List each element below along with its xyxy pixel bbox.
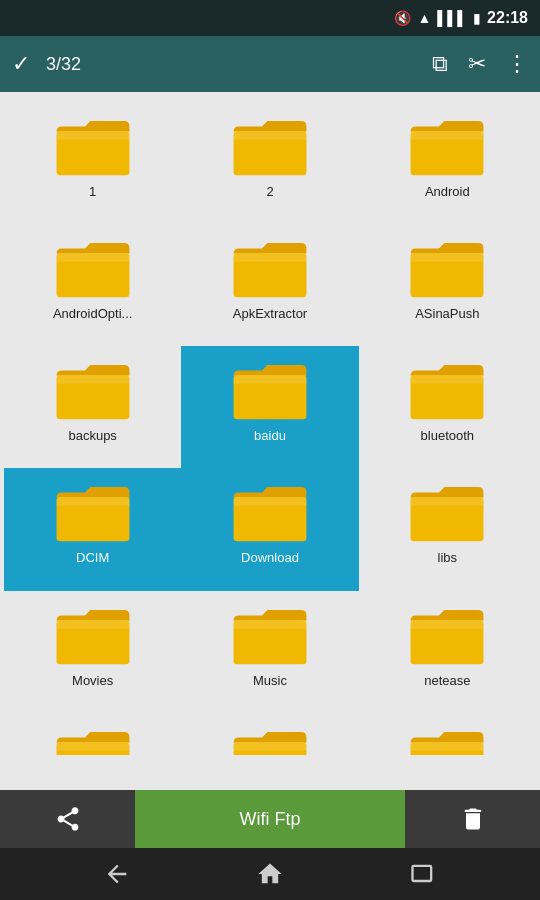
folder-item[interactable]: bluetooth xyxy=(359,346,536,468)
status-icons: 🔇 ▲ ▌▌▌ ▮ 22:18 xyxy=(394,9,528,27)
folder-icon xyxy=(407,480,487,544)
back-button[interactable] xyxy=(103,860,131,888)
folder-label: 1 xyxy=(89,184,96,199)
svg-rect-5 xyxy=(411,131,484,140)
home-button[interactable] xyxy=(256,860,284,888)
folder-icon xyxy=(407,358,487,422)
folder-item[interactable]: Music xyxy=(181,591,358,713)
folder-item[interactable] xyxy=(181,713,358,780)
folder-item[interactable]: Movies xyxy=(4,591,181,713)
folder-label: AndroidOpti... xyxy=(53,306,133,321)
top-bar: ✓ 3/32 ⧉ ✂ ⋮ xyxy=(0,36,540,92)
svg-rect-23 xyxy=(411,497,484,506)
folder-label: backups xyxy=(68,428,116,443)
folder-icon xyxy=(230,236,310,300)
check-icon[interactable]: ✓ xyxy=(12,51,30,77)
svg-rect-29 xyxy=(411,620,484,629)
wifi-icon: ▲ xyxy=(417,10,431,26)
svg-rect-25 xyxy=(56,620,129,629)
folder-icon xyxy=(230,603,310,667)
svg-rect-36 xyxy=(413,866,432,881)
folder-label: Movies xyxy=(72,673,113,688)
svg-rect-9 xyxy=(234,253,307,262)
folder-icon-partial xyxy=(230,725,310,755)
top-bar-right: ⧉ ✂ ⋮ xyxy=(432,51,528,77)
folder-label: Android xyxy=(425,184,470,199)
folder-label: ApkExtractor xyxy=(233,306,307,321)
folder-item[interactable]: Android xyxy=(359,102,536,224)
folder-icon xyxy=(230,358,310,422)
bottom-bar: Wifi Ftp xyxy=(0,790,540,848)
folder-item[interactable]: libs xyxy=(359,468,536,590)
wifi-ftp-button[interactable]: Wifi Ftp xyxy=(135,790,405,848)
folder-icon xyxy=(230,114,310,178)
delete-button[interactable] xyxy=(405,790,540,848)
folder-icon-partial xyxy=(53,725,133,755)
folder-icon xyxy=(53,236,133,300)
folder-label: netease xyxy=(424,673,470,688)
nav-bar xyxy=(0,848,540,900)
folder-item[interactable]: 2 xyxy=(181,102,358,224)
status-bar: 🔇 ▲ ▌▌▌ ▮ 22:18 xyxy=(0,0,540,36)
svg-rect-11 xyxy=(411,253,484,262)
folder-item[interactable]: AndroidOpti... xyxy=(4,224,181,346)
folder-label: ASinaPush xyxy=(415,306,479,321)
folder-item[interactable]: backups xyxy=(4,346,181,468)
folder-item[interactable]: Download xyxy=(181,468,358,590)
battery-icon: ▮ xyxy=(473,10,481,26)
mute-icon: 🔇 xyxy=(394,10,411,26)
svg-rect-31 xyxy=(56,742,129,751)
svg-rect-1 xyxy=(56,131,129,140)
svg-rect-3 xyxy=(234,131,307,140)
folder-icon xyxy=(53,114,133,178)
cut-icon[interactable]: ✂ xyxy=(468,51,486,77)
folder-item[interactable] xyxy=(359,713,536,780)
folder-item[interactable]: baidu xyxy=(181,346,358,468)
folder-item[interactable] xyxy=(4,713,181,780)
svg-rect-21 xyxy=(234,497,307,506)
svg-rect-35 xyxy=(411,742,484,751)
folder-item[interactable]: 1 xyxy=(4,102,181,224)
folder-item[interactable]: ApkExtractor xyxy=(181,224,358,346)
top-bar-left: ✓ 3/32 xyxy=(12,51,81,77)
folder-icon xyxy=(53,480,133,544)
folder-label: libs xyxy=(438,550,458,565)
folder-item[interactable]: ASinaPush xyxy=(359,224,536,346)
folder-label: Download xyxy=(241,550,299,565)
folder-label: Music xyxy=(253,673,287,688)
selection-counter: 3/32 xyxy=(46,54,81,75)
folder-icon xyxy=(53,358,133,422)
svg-rect-15 xyxy=(234,375,307,384)
recents-button[interactable] xyxy=(409,860,437,888)
folder-icon xyxy=(407,114,487,178)
svg-rect-27 xyxy=(234,620,307,629)
more-options-icon[interactable]: ⋮ xyxy=(506,51,528,77)
folder-icon-partial xyxy=(407,725,487,755)
file-grid: 1 2 Android xyxy=(0,92,540,790)
svg-rect-33 xyxy=(234,742,307,751)
share-button[interactable] xyxy=(0,790,135,848)
svg-rect-17 xyxy=(411,375,484,384)
folder-icon xyxy=(407,603,487,667)
folder-label: baidu xyxy=(254,428,286,443)
folder-icon xyxy=(53,603,133,667)
folder-label: 2 xyxy=(266,184,273,199)
clock: 22:18 xyxy=(487,9,528,27)
folder-icon xyxy=(230,480,310,544)
folder-label: bluetooth xyxy=(421,428,475,443)
folder-icon xyxy=(407,236,487,300)
svg-rect-13 xyxy=(56,375,129,384)
folder-label: DCIM xyxy=(76,550,109,565)
signal-icon: ▌▌▌ xyxy=(437,10,467,26)
svg-rect-7 xyxy=(56,253,129,262)
wifi-ftp-label: Wifi Ftp xyxy=(240,809,301,830)
folder-item[interactable]: DCIM xyxy=(4,468,181,590)
copy-icon[interactable]: ⧉ xyxy=(432,51,448,77)
folder-item[interactable]: netease xyxy=(359,591,536,713)
svg-rect-19 xyxy=(56,497,129,506)
